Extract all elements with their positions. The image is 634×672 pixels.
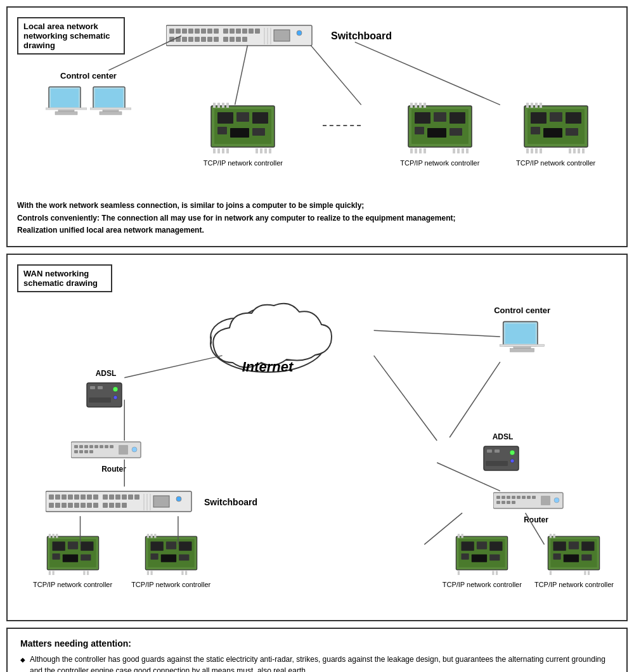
svg-point-28 bbox=[297, 30, 302, 36]
wan-controller-right-1: TCP/IP network controller bbox=[443, 534, 522, 588]
wan-controller-left-1-label: TCP/IP network controller bbox=[33, 581, 112, 588]
svg-rect-124 bbox=[89, 397, 111, 403]
svg-rect-179 bbox=[496, 496, 500, 499]
svg-rect-198 bbox=[52, 553, 60, 560]
svg-rect-14 bbox=[255, 29, 260, 34]
svg-rect-225 bbox=[462, 541, 474, 551]
svg-rect-91 bbox=[531, 103, 533, 108]
svg-rect-101 bbox=[582, 148, 585, 153]
svg-rect-215 bbox=[179, 555, 189, 561]
svg-rect-73 bbox=[424, 103, 426, 108]
svg-rect-20 bbox=[201, 37, 206, 42]
adsl-modem-icon-left bbox=[84, 380, 128, 411]
svg-rect-212 bbox=[179, 541, 191, 551]
wan-adsl-right-label: ADSL bbox=[481, 432, 525, 441]
svg-rect-127 bbox=[79, 445, 83, 448]
svg-rect-58 bbox=[256, 148, 258, 153]
wan-controllers-right: TCP/IP network controller TCP/IP network… bbox=[443, 534, 614, 588]
svg-rect-60 bbox=[264, 148, 267, 153]
svg-rect-15 bbox=[169, 37, 174, 42]
svg-rect-93 bbox=[540, 103, 542, 108]
svg-rect-228 bbox=[462, 553, 469, 560]
lan-controllers-row: TCP/IP network controller bbox=[185, 103, 614, 167]
svg-rect-99 bbox=[573, 148, 576, 153]
svg-point-175 bbox=[510, 450, 515, 455]
svg-rect-54 bbox=[213, 148, 216, 153]
lan-controller-3-label: TCP/IP network controller bbox=[516, 159, 595, 167]
svg-rect-195 bbox=[52, 541, 65, 551]
svg-rect-220 bbox=[150, 571, 152, 576]
svg-rect-45 bbox=[236, 112, 249, 122]
wan-section: WAN networking schematic drawing Interne… bbox=[6, 254, 628, 621]
svg-rect-148 bbox=[93, 494, 98, 500]
svg-rect-134 bbox=[74, 450, 78, 453]
svg-rect-1 bbox=[169, 29, 174, 34]
svg-rect-161 bbox=[87, 503, 92, 508]
svg-rect-207 bbox=[87, 571, 89, 576]
svg-rect-214 bbox=[160, 555, 176, 562]
lan-section: Local area network networking schematic … bbox=[6, 6, 628, 247]
svg-rect-234 bbox=[493, 571, 495, 576]
svg-rect-183 bbox=[517, 496, 521, 499]
wan-controller-board-right-1 bbox=[453, 534, 510, 575]
svg-rect-115 bbox=[505, 324, 536, 344]
svg-rect-211 bbox=[166, 541, 176, 549]
svg-rect-185 bbox=[527, 496, 531, 499]
svg-rect-177 bbox=[486, 461, 508, 466]
svg-rect-40 bbox=[100, 112, 122, 115]
svg-rect-38 bbox=[95, 89, 123, 107]
svg-rect-117 bbox=[510, 349, 534, 352]
svg-rect-9 bbox=[223, 29, 228, 34]
lan-desc-line-3: Realization unified local area network m… bbox=[17, 224, 617, 236]
svg-rect-233 bbox=[458, 571, 460, 576]
svg-rect-19 bbox=[195, 37, 200, 42]
svg-rect-203 bbox=[56, 534, 58, 538]
svg-rect-132 bbox=[105, 445, 108, 448]
svg-line-104 bbox=[311, 45, 361, 105]
svg-rect-178 bbox=[493, 493, 563, 508]
wan-controller-right-1-label: TCP/IP network controller bbox=[443, 581, 522, 588]
svg-rect-51 bbox=[217, 103, 220, 108]
svg-rect-126 bbox=[74, 445, 78, 448]
svg-rect-141 bbox=[49, 494, 54, 500]
svg-rect-26 bbox=[242, 37, 247, 42]
svg-rect-4 bbox=[188, 29, 193, 34]
svg-rect-149 bbox=[103, 494, 108, 500]
svg-rect-202 bbox=[52, 534, 54, 538]
svg-rect-243 bbox=[582, 555, 592, 561]
svg-rect-36 bbox=[46, 108, 87, 110]
notes-list: Although the controller has good guards … bbox=[20, 654, 614, 672]
svg-rect-81 bbox=[466, 148, 469, 153]
computer-icon-1 bbox=[46, 84, 87, 122]
svg-rect-174 bbox=[495, 449, 500, 453]
svg-rect-200 bbox=[81, 555, 91, 561]
lan-switchboard-device: Switchboard bbox=[166, 20, 614, 52]
svg-rect-16 bbox=[176, 37, 181, 42]
svg-rect-25 bbox=[236, 37, 241, 42]
svg-rect-69 bbox=[450, 128, 462, 136]
lan-controller-1: TCP/IP network controller bbox=[204, 103, 283, 167]
svg-rect-17 bbox=[182, 37, 187, 42]
svg-rect-159 bbox=[74, 503, 79, 508]
svg-rect-97 bbox=[540, 148, 542, 153]
wan-controllers-left: TCP/IP network controller TCP/IP ne bbox=[33, 534, 210, 588]
svg-rect-133 bbox=[110, 445, 113, 448]
lan-switchboard-area: Switchboard bbox=[166, 20, 614, 52]
wan-controller-left-2-label: TCP/IP network controller bbox=[131, 581, 210, 588]
svg-rect-46 bbox=[252, 112, 268, 124]
svg-rect-120 bbox=[90, 386, 95, 389]
lan-controller-3: TCP/IP network controller bbox=[516, 103, 595, 167]
lan-switchboard-label: Switchboard bbox=[331, 30, 392, 42]
wan-adsl-left-label: ADSL bbox=[84, 369, 128, 378]
svg-rect-189 bbox=[507, 501, 510, 504]
wan-computer-icon bbox=[498, 318, 546, 359]
wan-adsl-left: ADSL bbox=[84, 369, 128, 414]
lan-label-box: Local area network networking schematic … bbox=[17, 17, 125, 55]
lan-computers-row bbox=[46, 84, 131, 122]
svg-rect-79 bbox=[457, 148, 460, 153]
svg-rect-197 bbox=[81, 541, 93, 551]
svg-rect-86 bbox=[566, 112, 581, 124]
wan-title: WAN networking schematic drawing bbox=[23, 269, 98, 288]
svg-rect-12 bbox=[242, 29, 247, 34]
svg-rect-57 bbox=[226, 148, 229, 153]
